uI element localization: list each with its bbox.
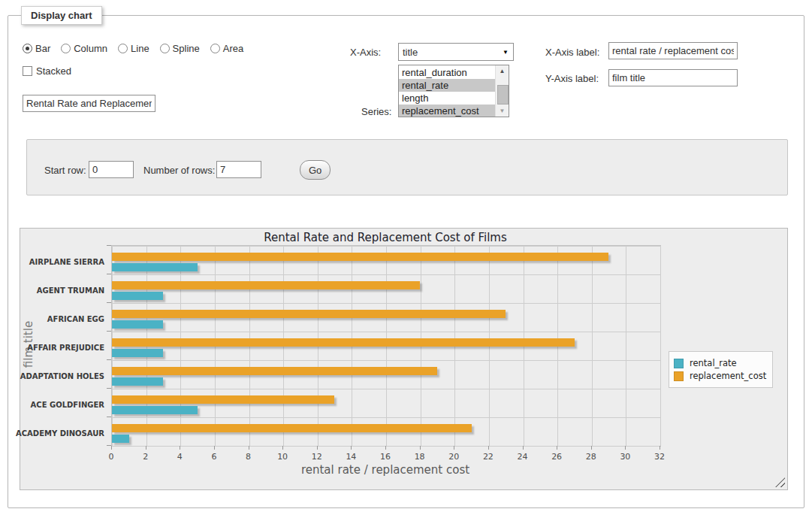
x-tick-label: 2 [143, 452, 148, 462]
gridline [112, 389, 660, 389]
chart-type-radio-line[interactable]: Line [118, 43, 149, 54]
bar-replacement_cost [112, 310, 506, 318]
legend-item: rental_rate [674, 358, 766, 368]
bar-rental_rate [112, 406, 198, 414]
radio-icon[interactable] [61, 44, 71, 53]
x-axis-label-input[interactable] [608, 42, 738, 59]
bar-rental_rate [112, 320, 163, 329]
start-row-label: Start row: [44, 165, 86, 176]
x-tick-label: 6 [211, 452, 216, 462]
y-tick [107, 331, 111, 332]
start-row-input[interactable] [89, 161, 134, 178]
x-axis-select[interactable]: title ▼ [398, 43, 514, 61]
chart-type-radio-spline[interactable]: Spline [160, 43, 200, 54]
bar-rental_rate [112, 435, 129, 443]
legend-swatch [674, 371, 684, 381]
category-label: AFRICAN EGG [47, 315, 104, 323]
gridline [112, 246, 660, 247]
radio-icon[interactable] [210, 44, 220, 53]
chart-type-radio-area[interactable]: Area [210, 43, 243, 54]
series-option-rental_rate[interactable]: rental_rate [399, 79, 496, 92]
gridline [112, 332, 660, 332]
x-tick [214, 446, 215, 450]
bar-replacement_cost [112, 367, 437, 375]
x-tick-label: 20 [448, 452, 459, 462]
series-option-rental_duration[interactable]: rental_duration [399, 66, 496, 79]
chart-plot-area [111, 245, 661, 447]
y-axis-label-caption: Y-Axis label: [545, 73, 599, 84]
stacked-label: Stacked [36, 65, 71, 77]
y-tick [107, 417, 111, 417]
x-tick-label: 30 [620, 452, 630, 462]
chart-type-radio-column[interactable]: Column [61, 43, 107, 54]
bar-rental_rate [112, 349, 163, 357]
category-label: AIRPLANE SIERRA [29, 258, 104, 266]
category-label: ACADEMY DINOSAUR [16, 429, 104, 438]
radio-icon[interactable] [23, 44, 32, 53]
fieldset-legend: Display chart [21, 6, 102, 25]
gridline [592, 246, 593, 446]
x-tick [317, 446, 318, 450]
series-option-length[interactable]: length [399, 92, 496, 105]
series-listbox[interactable]: rental_durationrental_ratelengthreplacem… [398, 65, 509, 117]
y-tick [107, 302, 111, 303]
radio-label: Bar [35, 43, 50, 54]
category-label: ACE GOLDFINGER [31, 401, 104, 409]
y-tick [107, 245, 111, 246]
category-label: ADAPTATION HOLES [20, 372, 104, 380]
chart-x-axis-title: rental rate / replacement cost [111, 463, 660, 477]
gridline [112, 417, 660, 418]
chart-container: Rental Rate and Replacement Cost of Film… [20, 228, 788, 490]
chart-title: Rental Rate and Replacement Cost of Film… [111, 231, 660, 244]
resize-grip-icon[interactable] [775, 477, 785, 487]
page: Display chart BarColumnLineSplineArea St… [0, 0, 812, 512]
x-tick-label: 16 [380, 452, 391, 462]
chart-type-radio-bar[interactable]: Bar [23, 43, 50, 54]
scroll-down-icon[interactable]: ▼ [496, 105, 509, 117]
x-tick [351, 446, 352, 450]
bar-rental_rate [112, 377, 163, 386]
x-tick-label: 12 [312, 452, 322, 462]
stacked-checkbox-row[interactable]: Stacked [23, 65, 71, 77]
x-axis-select-label: X-Axis: [350, 47, 381, 58]
gridline [112, 360, 660, 361]
x-tick-label: 26 [551, 452, 562, 462]
legend-label: rental_rate [690, 358, 737, 368]
x-tick-label: 14 [346, 452, 356, 462]
listbox-scrollbar[interactable]: ▲ ▼ [495, 65, 509, 117]
stacked-checkbox[interactable] [23, 66, 32, 76]
legend-label: replacement_cost [690, 371, 766, 381]
x-tick [146, 446, 146, 450]
y-tick [107, 274, 111, 274]
x-tick-label: 10 [277, 452, 288, 462]
chevron-down-icon: ▼ [503, 49, 509, 56]
scrollbar-thumb[interactable] [497, 85, 509, 105]
gridline [112, 446, 660, 447]
y-tick [107, 388, 111, 389]
series-select-label: Series: [361, 106, 391, 117]
x-tick [385, 446, 386, 450]
x-tick-label: 8 [246, 452, 251, 462]
number-of-rows-input[interactable] [216, 161, 261, 178]
gridline [112, 274, 660, 275]
radio-label: Line [131, 43, 149, 54]
radio-icon[interactable] [118, 44, 128, 53]
radio-icon[interactable] [160, 44, 170, 53]
gridline [626, 246, 626, 446]
radio-label: Area [223, 43, 243, 54]
chart-type-radio-group: BarColumnLineSplineArea [23, 43, 249, 54]
radio-label: Column [74, 43, 107, 54]
y-axis-label-input[interactable] [608, 69, 738, 86]
x-tick-label: 0 [109, 452, 114, 462]
x-tick-label: 32 [654, 452, 665, 462]
legend-swatch [674, 359, 684, 368]
series-option-replacement_cost[interactable]: replacement_cost [399, 105, 496, 117]
x-tick [282, 446, 283, 450]
gridline [660, 246, 661, 446]
x-tick [625, 446, 626, 450]
chart-title-input[interactable] [23, 95, 155, 112]
go-button[interactable]: Go [300, 160, 331, 180]
x-tick [420, 446, 421, 450]
bar-rental_rate [112, 263, 198, 271]
scroll-up-icon[interactable]: ▲ [496, 65, 509, 77]
